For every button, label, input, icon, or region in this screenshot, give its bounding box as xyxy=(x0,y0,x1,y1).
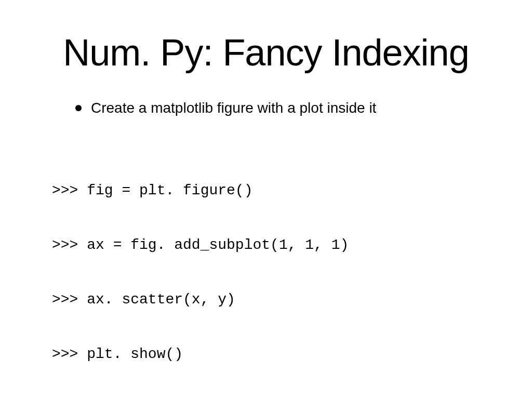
bullet-text: Create a matplotlib figure with a plot i… xyxy=(91,100,376,116)
prompt: >>> xyxy=(52,182,87,198)
code-text: ax. scatter(x, y) xyxy=(87,291,235,308)
bullet-icon xyxy=(75,105,82,111)
code-block: >>> fig = plt. figure() >>> ax = fig. ad… xyxy=(52,145,506,399)
code-line: >>> ax. scatter(x, y) xyxy=(52,290,506,309)
code-line: >>> plt. show() xyxy=(52,345,506,363)
bullet-item: Create a matplotlib figure with a plot i… xyxy=(75,100,506,116)
prompt: >>> xyxy=(52,291,87,308)
slide-title: Num. Py: Fancy Indexing xyxy=(26,31,506,74)
code-line: >>> ax = fig. add_subplot(1, 1, 1) xyxy=(52,236,506,254)
code-text: ax = fig. add_subplot(1, 1, 1) xyxy=(87,237,349,253)
code-text: fig = plt. figure() xyxy=(87,182,252,198)
code-text: plt. show() xyxy=(87,346,183,362)
prompt: >>> xyxy=(52,237,87,253)
prompt: >>> xyxy=(52,346,87,362)
code-line: >>> fig = plt. figure() xyxy=(52,181,506,200)
slide: Num. Py: Fancy Indexing Create a matplot… xyxy=(0,0,532,399)
